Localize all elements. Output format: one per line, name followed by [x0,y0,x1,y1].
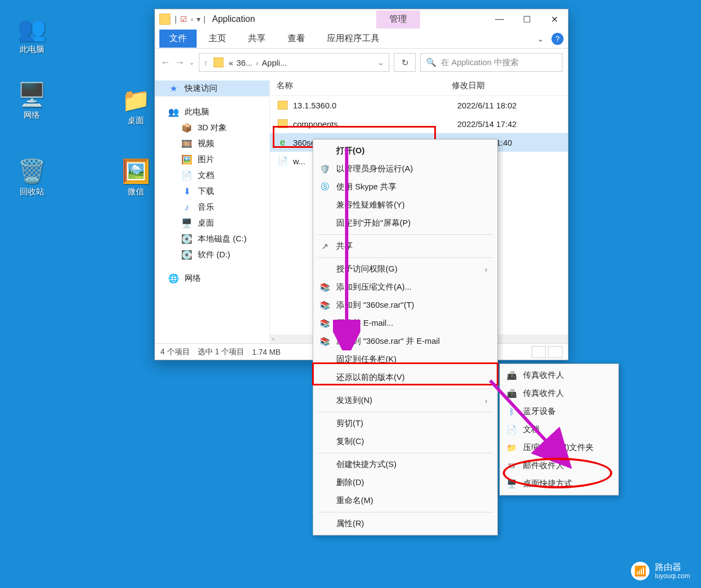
search-input[interactable]: 🔍 在 Application 中搜索 [420,53,562,72]
manage-tab[interactable]: 管理 [376,10,420,28]
refresh-button[interactable]: ↻ [394,53,416,72]
ctx-rar-email[interactable]: 📚压缩到 "360se.rar" 并 E-mail [313,332,497,350]
window-folder-icon [159,14,170,25]
status-selected: 选中 1 个项目 [198,347,245,357]
breadcrumb-part2[interactable]: Appli... [262,58,287,67]
ctx-pin-taskbar[interactable]: 固定到任务栏(K) [313,350,497,368]
qat-check-icon[interactable]: ☑ [180,15,187,24]
maximize-button[interactable]: ☐ [513,9,541,29]
desktop-icon-network[interactable]: 🖥️ 网络 [10,81,54,120]
ctx-run-admin[interactable]: 🛡️以管理员身份运行(A) [313,160,497,178]
nav-documents[interactable]: 📄文档 [155,168,269,183]
ctx-restore-version[interactable]: 还原以前的版本(V) [313,368,497,387]
ctx-copy[interactable]: 复制(C) [313,433,497,451]
nav-disk-c[interactable]: 💽本地磁盘 (C:) [155,231,269,247]
ctx-create-shortcut[interactable]: 创建快捷方式(S) [313,456,497,474]
ctx-pin-start[interactable]: 固定到"开始"屏幕(P) [313,214,497,232]
ctx-grant-access[interactable]: 授予访问权限(G)› [313,260,497,278]
recent-dropdown-icon[interactable]: ⌄ [189,59,194,66]
nav-pictures[interactable]: 🖼️图片 [155,152,269,168]
nav-disk-d[interactable]: 💽软件 (D:) [155,247,269,263]
column-headers[interactable]: 名称 修改日期 [270,76,568,96]
nav-3d-objects[interactable]: 📦3D 对象 [155,120,269,136]
nav-desktop[interactable]: 🖥️桌面 [155,215,269,231]
view-icons-button[interactable] [548,346,562,358]
video-icon: 🎞️ [181,139,192,149]
ctx-properties[interactable]: 属性(R) [313,515,497,533]
watermark-sub: luyouqi.com [655,572,690,580]
sendto-mail[interactable]: ✉邮件收件人 [500,457,618,475]
forward-button[interactable]: → [175,57,185,68]
ctx-zip-email[interactable]: 📚压缩并 E-mail... [313,314,497,332]
ctx-share[interactable]: ↗共享 [313,237,497,255]
breadcrumb-part1[interactable]: 36... [237,58,252,67]
file-row-folder[interactable]: 13.1.5360.0 2022/6/11 18:02 [270,96,568,114]
sendto-documents[interactable]: 📄文档 [500,420,618,439]
desktop-icon-wechat[interactable]: 🖼️ 微信 [114,158,158,197]
archive-icon: 📚 [319,337,331,347]
ie-icon: e [280,137,285,148]
skype-icon: Ⓢ [319,182,331,192]
sendto-desktop-shortcut[interactable]: 🖥️桌面快捷方式 [500,475,618,493]
ctx-add-archive[interactable]: 📚添加到压缩文件(A)... [313,278,497,296]
archive-icon: 📚 [319,301,331,310]
ctx-cut[interactable]: 剪切(T) [313,414,497,433]
tab-view[interactable]: 查看 [278,30,315,48]
desktop-shortcut-icon: 🖥️ [505,479,518,489]
ctx-skype-share[interactable]: Ⓢ使用 Skype 共享 [313,178,497,196]
sendto-zipped[interactable]: 📁压缩(zipped)文件夹 [500,439,618,457]
up-icon[interactable]: ↑ [204,58,208,67]
qat-sep: | [175,15,177,24]
help-button[interactable]: ? [551,33,564,45]
sendto-bluetooth[interactable]: ᛒ蓝牙设备 [500,402,618,420]
ctx-send-to[interactable]: 发送到(N)› [313,391,497,410]
close-button[interactable]: ✕ [541,9,568,29]
desktop-icon-recycle[interactable]: 🗑️ 回收站 [10,158,54,197]
ctx-add-rar[interactable]: 📚添加到 "360se.rar"(T) [313,296,497,314]
ctx-compat[interactable]: 兼容性疑难解答(Y) [313,196,497,214]
desktop-icon-pc[interactable]: 👥 此电脑 [10,15,54,55]
qat-dropdown-icon[interactable]: ▾ [197,15,200,24]
watermark-icon: 📶 [631,562,650,580]
network-nav-icon: 🌐 [168,273,179,284]
nav-videos[interactable]: 🎞️视频 [155,136,269,152]
sendto-fax2[interactable]: 📠传真收件人 [500,384,618,402]
titlebar[interactable]: | ☑ ▫ ▾ | Application 管理 — ☐ ✕ [155,9,568,29]
tab-file[interactable]: 文件 [159,30,197,48]
ribbon-tabs: 文件 主页 共享 查看 应用程序工具 ⌄ ? [155,29,568,49]
nav-downloads[interactable]: ⬇下载 [155,183,269,199]
qat-folder-icon[interactable]: ▫ [191,15,193,24]
nav-this-pc[interactable]: 👥此电脑 [155,104,269,120]
view-details-button[interactable] [532,346,546,358]
disk-icon: 💽 [181,234,192,244]
nav-network[interactable]: 🌐网络 [155,270,269,286]
mail-icon: ✉ [505,461,518,471]
minimize-button[interactable]: — [486,9,513,29]
desktop-icon-desktop[interactable]: 📁 桌面 [114,87,158,126]
folder-icon: 📁 [114,87,158,113]
nav-music[interactable]: ♪音乐 [155,199,269,215]
tab-home[interactable]: 主页 [199,30,236,48]
tab-app-tools[interactable]: 应用程序工具 [317,30,389,48]
sendto-fax1[interactable]: 📠传真收件人 [500,366,618,384]
nav-quick-access[interactable]: ★快速访问 [155,80,269,96]
sendto-submenu: 📠传真收件人 📠传真收件人 ᛒ蓝牙设备 📄文档 📁压缩(zipped)文件夹 ✉… [499,364,619,495]
wechat-icon: 🖼️ [114,158,158,185]
ctx-delete[interactable]: 删除(D) [313,474,497,492]
breadcrumb-prefix: « [229,58,233,67]
nav-pane: ★快速访问 👥此电脑 📦3D 对象 🎞️视频 🖼️图片 📄文档 ⬇下载 ♪音乐 … [155,76,270,343]
folder-icon [278,101,288,109]
col-date[interactable]: 修改日期 [452,80,561,91]
breadcrumb[interactable]: ↑ « 36... › Appli... ⌄ [199,53,389,72]
back-button[interactable]: ← [160,57,170,68]
ctx-separator [318,512,493,512]
ribbon-collapse-icon[interactable]: ⌄ [537,34,544,43]
zip-icon: 📁 [505,443,518,453]
breadcrumb-dropdown-icon[interactable]: ⌄ [377,57,384,67]
file-row-folder[interactable]: components 2022/5/14 17:42 [270,114,568,133]
tab-share[interactable]: 共享 [238,30,275,48]
breadcrumb-sep: › [256,58,258,67]
ctx-rename[interactable]: 重命名(M) [313,492,497,510]
col-name[interactable]: 名称 [277,80,452,91]
ctx-open[interactable]: 打开(O) [313,142,497,160]
